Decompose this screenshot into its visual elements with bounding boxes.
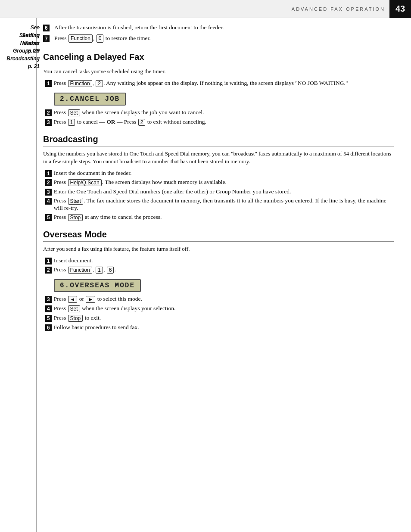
step-6-num: 6: [43, 24, 53, 31]
overseas-steps: 1 Insert document. 2 Press Function, 1, …: [43, 257, 394, 331]
broadcast-step-5-text: Press Stop at any time to cancel the pro…: [54, 214, 162, 221]
one-key-2: 1: [96, 267, 103, 274]
set-key-2: Set: [68, 305, 80, 312]
overseas-step-3-num: 3: [45, 296, 52, 303]
cancel-step-3-text: Press 1 to cancel — OR — Press 2 to exit…: [54, 118, 206, 126]
overseas-mode-section: Overseas Mode See SendingFaxesp. 29 Afte…: [43, 230, 394, 331]
right-arrow-key: ►: [86, 296, 95, 303]
two-key: 2: [96, 80, 103, 87]
overseas-step-5-text: Press Stop to exit.: [54, 314, 101, 322]
cancel-lcd-display: 2.CANCEL JOB: [45, 89, 394, 109]
overseas-step-1-num: 1: [45, 258, 52, 264]
main-content: 6 After the transmission is finished, re…: [43, 24, 394, 523]
overseas-step-3: 3 Press ◄ or ► to select this mode.: [45, 296, 394, 303]
broadcasting-steps: 1 Insert the document in the feeder. 2 P…: [43, 170, 394, 221]
cancel-step-1: 1 Press Function, 2. Any waiting jobs ap…: [45, 80, 394, 87]
broadcast-step-3-text: Enter the One Touch and Speed Dial numbe…: [54, 188, 291, 195]
function-key: Function: [68, 34, 93, 43]
broadcast-step-5-num: 5: [45, 214, 52, 221]
sidebar: [0, 18, 37, 532]
function-key-2: Function: [68, 267, 92, 274]
header-bar: ADVANCED FAX OPERATION 43: [0, 0, 411, 18]
broadcast-step-4: 4 Press Start. The fax machine stores th…: [45, 197, 394, 212]
broadcast-step-4-num: 4: [45, 198, 52, 205]
cancel-fax-steps: 1 Press Function, 2. Any waiting jobs ap…: [43, 80, 394, 126]
cancel-fax-title: Canceling a Delayed Fax: [43, 52, 394, 62]
overseas-lcd-display: 6.OVERSEAS MODE: [45, 276, 394, 296]
broadcasting-divider: [43, 146, 394, 146]
overseas-step-6: 6 Follow basic procedures to send fax.: [45, 324, 394, 331]
overseas-step-4-text: Press Set when the screen displays your …: [54, 305, 176, 312]
overseas-step-2: 2 Press Function, 1, 6.: [45, 266, 394, 274]
start-key: Start: [68, 198, 83, 205]
overseas-step-4-num: 4: [45, 305, 52, 312]
overseas-step-2-num: 2: [45, 267, 52, 274]
broadcasting-title: Broadcasting: [43, 134, 394, 144]
six-key: 6: [107, 267, 114, 274]
broadcasting-section: Broadcasting See SettingNumberGroups for…: [43, 134, 394, 221]
overseas-step-5-num: 5: [45, 315, 52, 322]
two-key-2: 2: [138, 119, 146, 126]
overseas-step-4: 4 Press Set when the screen displays you…: [45, 305, 394, 312]
broadcast-step-1-num: 1: [45, 170, 52, 177]
cancel-step-3: 3 Press 1 to cancel — OR — Press 2 to ex…: [45, 118, 394, 126]
cancel-step-3-num: 3: [45, 118, 52, 125]
cancel-fax-section: Canceling a Delayed Fax You can cancel t…: [43, 52, 394, 126]
cancel-step-2-num: 2: [45, 109, 52, 116]
set-key-1: Set: [68, 109, 80, 116]
help-qscan-key: Help/Q.Scan: [68, 179, 102, 186]
step-6-line: 6 After the transmission is finished, re…: [43, 24, 394, 32]
function-key-1: Function: [68, 80, 92, 87]
top-steps: 6 After the transmission is finished, re…: [43, 24, 394, 43]
overseas-step-2-text: Press Function, 1, 6.: [54, 266, 116, 274]
overseas-step-6-text: Follow basic procedures to send fax.: [54, 324, 139, 331]
overseas-step-1: 1 Insert document.: [45, 257, 394, 264]
broadcasting-intro: Using the numbers you have stored in One…: [43, 150, 394, 165]
stop-key-1: Stop: [68, 214, 83, 221]
overseas-step-5: 5 Press Stop to exit.: [45, 314, 394, 322]
broadcast-step-2: 2 Press Help/Q.Scan. The screen displays…: [45, 179, 394, 186]
cancel-step-1-num: 1: [45, 80, 52, 87]
broadcast-step-4-text: Press Start. The fax machine stores the …: [54, 197, 394, 212]
overseas-sidebar-note: See SendingFaxesp. 29: [4, 24, 40, 55]
left-arrow-key: ◄: [68, 296, 78, 303]
cancel-step-2-text: Press Set when the screen displays the j…: [54, 109, 204, 116]
page-number: 43: [389, 0, 411, 18]
cancel-step-1-text: Press Function, 2. Any waiting jobs appe…: [54, 80, 348, 87]
broadcast-step-5: 5 Press Stop at any time to cancel the p…: [45, 214, 394, 221]
broadcast-step-3: 3 Enter the One Touch and Speed Dial num…: [45, 188, 394, 195]
overseas-step-6-num: 6: [45, 324, 52, 331]
overseas-mode-title: Overseas Mode: [43, 230, 394, 240]
header-text: ADVANCED FAX OPERATION: [292, 6, 389, 12]
cancel-lcd: 2.CANCEL JOB: [54, 93, 126, 106]
cancel-step-2: 2 Press Set when the screen displays the…: [45, 109, 394, 116]
broadcast-step-2-num: 2: [45, 179, 52, 186]
stop-key-2: Stop: [68, 315, 83, 322]
cancel-fax-intro: You can cancel tasks you've scheduled us…: [43, 68, 394, 75]
broadcast-step-1: 1 Insert the document in the feeder.: [45, 170, 394, 177]
broadcast-step-2-text: Press Help/Q.Scan. The screen displays h…: [54, 179, 227, 186]
step-7-text: Press Function, 0 to restore the timer.: [54, 34, 394, 43]
broadcast-step-3-num: 3: [45, 189, 52, 196]
overseas-lcd: 6.OVERSEAS MODE: [54, 279, 141, 292]
overseas-mode-intro: After you send a fax using this feature,…: [43, 245, 394, 253]
step-7-line: 7 Press Function, 0 to restore the timer…: [43, 34, 394, 43]
step-7-num: 7: [43, 34, 53, 42]
overseas-mode-divider: [43, 241, 394, 242]
broadcast-step-1-text: Insert the document in the feeder.: [54, 170, 132, 177]
overseas-step-1-text: Insert document.: [54, 257, 93, 264]
overseas-step-3-text: Press ◄ or ► to select this mode.: [54, 296, 142, 303]
zero-key: 0: [97, 34, 104, 43]
cancel-fax-divider: [43, 64, 394, 64]
step-6-text: After the transmission is finished, retu…: [54, 24, 394, 32]
one-key: 1: [68, 119, 75, 126]
